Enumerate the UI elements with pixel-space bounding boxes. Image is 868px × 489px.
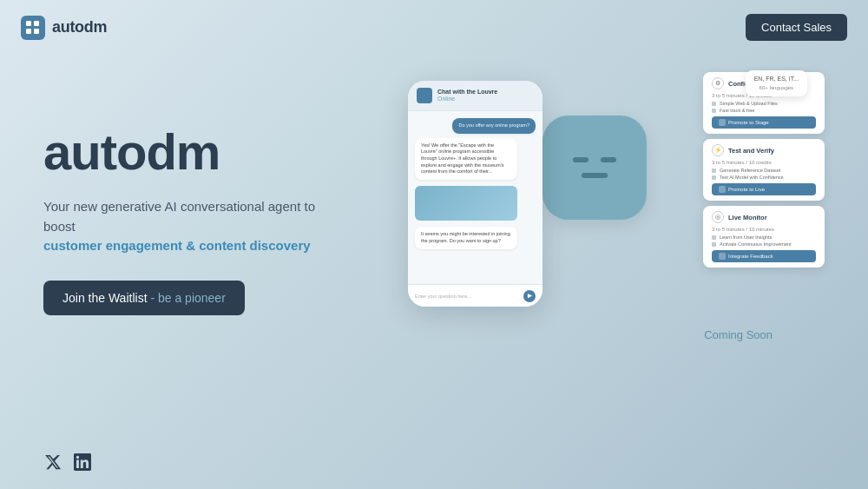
linkedin-link[interactable] xyxy=(73,453,92,472)
logo-text: autodm xyxy=(52,18,107,36)
chat-header-title: Chat with the Louvre xyxy=(437,89,497,96)
waitlist-button[interactable]: Join the Waitlist - be a pioneer xyxy=(43,281,245,315)
test-icon: ⚡ xyxy=(712,144,724,156)
robot-mascot xyxy=(542,116,647,220)
promote-live-label: Promote to Live xyxy=(728,187,765,192)
waitlist-label: Join the Waitlist xyxy=(62,291,148,305)
hero-desc-line1: Your new generative AI conversational ag… xyxy=(43,199,315,234)
monitor-title: Live Monitor xyxy=(728,214,767,221)
x-twitter-link[interactable] xyxy=(43,453,62,472)
monitor-item-2: Activate Continuous Improvement xyxy=(720,241,792,247)
chat-input-placeholder: Enter your question here... xyxy=(415,294,520,299)
steps-panel: ⚙ Configure 3 to 5 minutes / 10 credits … xyxy=(703,72,825,268)
chat-image xyxy=(415,186,517,221)
lang-badge-subtitle: 60+ languages xyxy=(754,84,799,92)
waitlist-suffix: - be a pioneer xyxy=(148,291,226,305)
chat-body: Do you offer any online program? Yes! We… xyxy=(408,111,542,285)
configure-item-1: Simple Web & Upload Files xyxy=(720,101,778,106)
promote-live-icon xyxy=(719,186,726,193)
hero-visuals: EN, FR, ES, IT... 60+ languages Chat wit… xyxy=(373,81,825,359)
test-title: Test and Verify xyxy=(728,147,774,155)
logo-icon xyxy=(21,16,45,40)
promote-stage-label: Promote to Stage xyxy=(728,120,769,125)
robot-body xyxy=(542,116,647,220)
step-card-monitor: ◎ Live Monitor 3 to 5 minutes / 10 minut… xyxy=(703,206,825,268)
contact-sales-button[interactable]: Contact Sales xyxy=(746,14,847,41)
chat-avatar-icon xyxy=(417,88,432,103)
coming-soon-label: Coming Soon xyxy=(704,328,773,341)
integrate-icon xyxy=(719,253,726,260)
robot-face xyxy=(573,157,616,178)
configure-icon: ⚙ xyxy=(712,77,724,89)
chat-send-button[interactable] xyxy=(523,290,536,302)
chat-message-sent: Do you offer any online program? xyxy=(452,118,536,134)
chat-header: Chat with the Louvre Online xyxy=(408,81,542,111)
hero-description: Your new generative AI conversational ag… xyxy=(43,197,321,256)
test-item-1: Generate Reference Dataset xyxy=(720,168,780,173)
integrate-label: Integrate Feedback xyxy=(728,254,773,259)
footer xyxy=(43,453,92,472)
chat-message-received: Yes! We offer the "Escape with the Louvr… xyxy=(415,138,517,180)
test-item-2: Test AI Model with Confidence xyxy=(720,175,784,180)
hero-title: autodm xyxy=(43,124,373,180)
robot-eye-right xyxy=(601,157,616,162)
hero-left: autodm Your new generative AI conversati… xyxy=(43,124,373,314)
logo-area: autodm xyxy=(21,16,107,40)
promote-to-live-button[interactable]: Promote to Live xyxy=(712,183,816,195)
chat-input-bar: Enter your question here... xyxy=(408,284,542,307)
chat-mockup: Chat with the Louvre Online Do you offer… xyxy=(408,81,542,307)
robot-eye-left xyxy=(573,157,589,162)
language-badge: EN, FR, ES, IT... 60+ languages xyxy=(746,70,807,96)
hero-desc-highlight: customer engagement & content discovery xyxy=(43,238,311,253)
chat-message-received-2: It seems you might be interested in join… xyxy=(415,227,517,248)
promote-to-stage-button[interactable]: Promote to Stage xyxy=(712,116,816,129)
integrate-feedback-button[interactable]: Integrate Feedback xyxy=(712,250,816,262)
robot-mouth xyxy=(582,173,608,178)
configure-item-2: Fast track & free xyxy=(720,108,754,113)
chat-header-subtitle: Online xyxy=(437,96,497,102)
hero-section: autodm Your new generative AI conversati… xyxy=(0,55,868,376)
monitor-subtitle: 3 to 5 minutes / 10 minutes xyxy=(712,227,816,232)
monitor-item-1: Learn from User Insights xyxy=(720,235,772,240)
step-card-test: ⚡ Test and Verify 3 to 5 minutes / 10 cr… xyxy=(703,139,825,201)
lang-badge-title: EN, FR, ES, IT... xyxy=(754,75,799,84)
monitor-icon: ◎ xyxy=(712,211,724,223)
test-subtitle: 3 to 5 minutes / 10 credits xyxy=(712,160,816,165)
navbar: autodm Contact Sales xyxy=(0,0,868,55)
svg-marker-0 xyxy=(527,294,531,298)
promote-stage-icon xyxy=(719,119,726,126)
